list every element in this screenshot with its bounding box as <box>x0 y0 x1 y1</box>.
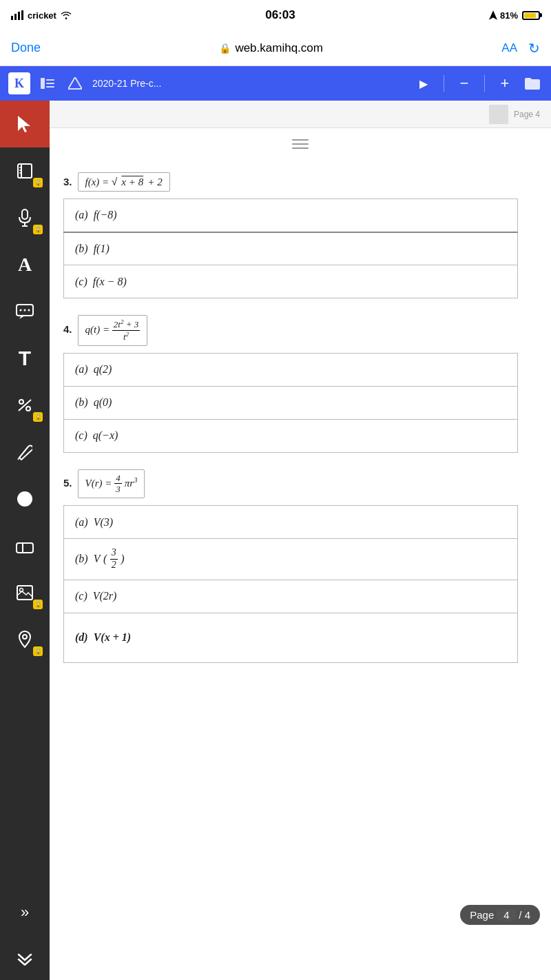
svg-rect-1 <box>14 14 17 20</box>
reload-button[interactable]: ↻ <box>528 40 540 57</box>
problem-4-header: 4. q(t) = 2t2 + 3 t2 <box>63 315 518 346</box>
problem-5: 5. V(r) = 4 3 πr3 (a) V(3) <box>63 469 518 663</box>
status-right: 81% <box>489 10 540 21</box>
sidebar-item-book[interactable]: 🔒 <box>0 147 50 194</box>
svg-rect-8 <box>46 86 54 88</box>
comment-icon <box>16 304 34 319</box>
sidebar-item-pen[interactable] <box>0 429 50 476</box>
page-total: / 4 <box>519 909 530 921</box>
page-number-input[interactable] <box>497 909 516 921</box>
sidebar-item-comment[interactable] <box>0 288 50 335</box>
table-row: (a) V(3) <box>64 506 518 539</box>
kami-logo[interactable]: K <box>8 72 30 94</box>
zoom-in-button[interactable]: + <box>495 73 515 94</box>
eraser-icon <box>16 538 34 554</box>
problem-5-table: (a) V(3) (b) V ( 3 2 ) <box>63 505 518 663</box>
pen-icon <box>17 444 32 460</box>
done-button[interactable]: Done <box>11 41 41 55</box>
sidebar-item-image[interactable]: 🔒 <box>0 569 50 616</box>
sidebar-item-scroll-down[interactable] <box>0 936 50 980</box>
cursor-icon <box>17 114 33 134</box>
lock-badge: 🔒 <box>33 178 43 187</box>
sidebar-item-pin[interactable]: 🔒 <box>0 616 50 663</box>
sidebar-item-expand[interactable]: » <box>0 889 50 936</box>
hamburger-line-2 <box>292 143 309 145</box>
folder-icon <box>525 77 540 90</box>
content-area: Page 4 3. f(x) = √ x + 8 + 2 <box>50 101 551 980</box>
sidebar-item-text[interactable]: T <box>0 335 50 382</box>
page-strip: Page 4 <box>50 101 551 128</box>
svg-point-24 <box>26 407 30 411</box>
problem-3-header: 3. f(x) = √ x + 8 + 2 <box>63 172 518 192</box>
text-icon: T <box>19 347 31 370</box>
table-row: (c) f(x − 8) <box>64 265 518 298</box>
svg-point-27 <box>17 491 32 507</box>
table-row: (b) f(1) <box>64 232 518 265</box>
book-icon <box>17 163 33 179</box>
problem-4-table: (a) q(2) (b) q(0) (c) q(−x) <box>63 353 518 453</box>
problem-3-formula: f(x) = √ x + 8 + 2 <box>78 172 170 192</box>
folder-button[interactable] <box>522 73 543 94</box>
battery-percent: 81% <box>500 10 518 21</box>
problem-4-num: 4. <box>63 323 72 335</box>
svg-rect-30 <box>17 586 32 600</box>
svg-rect-3 <box>21 10 23 20</box>
svg-rect-7 <box>46 83 54 84</box>
problem-3-table: (a) f(−8) (b) f(1) (c) f(x − 8) <box>63 198 518 298</box>
page-label: Page <box>470 909 494 921</box>
svg-rect-11 <box>18 164 32 178</box>
sidebar-item-cursor[interactable] <box>0 101 50 147</box>
lock-badge-pin: 🔒 <box>33 646 43 656</box>
zoom-out-button[interactable]: − <box>454 73 475 94</box>
svg-line-26 <box>18 458 19 460</box>
kami-toolbar: K 2020-21 Pre-c... ▶ − + <box>0 66 551 101</box>
text-style-icon: A <box>18 254 32 276</box>
sidebar-item-eraser[interactable] <box>0 522 50 569</box>
sidebar-item-mic[interactable]: 🔒 <box>0 194 50 241</box>
google-drive-icon <box>68 77 82 90</box>
fraction-icon <box>17 398 32 412</box>
problem-3-num: 3. <box>63 176 72 187</box>
table-row: (a) f(−8) <box>64 199 518 232</box>
url-bar[interactable]: 🔒 web.kamihq.com <box>49 41 493 55</box>
signal-icon <box>11 10 23 20</box>
drive-icon <box>65 73 85 94</box>
table-row: (b) V ( 3 2 ) <box>64 539 518 580</box>
stamp-icon <box>16 490 34 508</box>
hamburger-line-3 <box>292 147 309 149</box>
table-row: (d) V(x + 1) <box>64 613 518 662</box>
reader-mode-button[interactable]: AA <box>501 41 517 55</box>
sidebar-toggle-button[interactable] <box>37 73 58 94</box>
hamburger-menu[interactable] <box>292 139 309 149</box>
svg-rect-5 <box>41 78 45 89</box>
page-indicator: Page / 4 <box>460 905 540 925</box>
status-left: cricket <box>11 10 72 21</box>
problem-5-header: 5. V(r) = 4 3 πr3 <box>63 469 518 498</box>
svg-marker-10 <box>18 116 30 132</box>
svg-rect-28 <box>17 543 33 553</box>
carrier-name: cricket <box>28 10 56 21</box>
table-row: (c) q(−x) <box>64 419 518 452</box>
sidebar-item-text-style[interactable]: A <box>0 241 50 288</box>
svg-point-22 <box>28 309 30 312</box>
sidebar-item-stamp[interactable] <box>0 476 50 522</box>
location-icon <box>489 10 497 20</box>
chevron-right-icon[interactable]: ▶ <box>413 73 434 94</box>
svg-rect-6 <box>46 79 54 81</box>
lock-badge-fraction: 🔒 <box>33 412 43 422</box>
main-area: 🔒 🔒 A T <box>0 101 551 980</box>
problem-4: 4. q(t) = 2t2 + 3 t2 (a) q(2) (b) <box>63 315 518 453</box>
svg-rect-2 <box>18 12 20 20</box>
table-row: (b) q(0) <box>64 386 518 419</box>
doc-title: 2020-21 Pre-c... <box>92 78 406 89</box>
content-inner: 3. f(x) = √ x + 8 + 2 (a) f(−8) (b) f(1) <box>50 154 532 693</box>
mic-icon <box>18 209 32 227</box>
battery-icon <box>522 11 540 20</box>
svg-point-32 <box>23 635 27 639</box>
svg-point-20 <box>20 309 22 312</box>
pin-icon <box>18 631 32 649</box>
toolbar-divider <box>444 75 444 92</box>
scroll-down-icon <box>17 953 32 966</box>
sidebar-item-fraction[interactable]: 🔒 <box>0 382 50 429</box>
hamburger-line-1 <box>292 139 309 141</box>
